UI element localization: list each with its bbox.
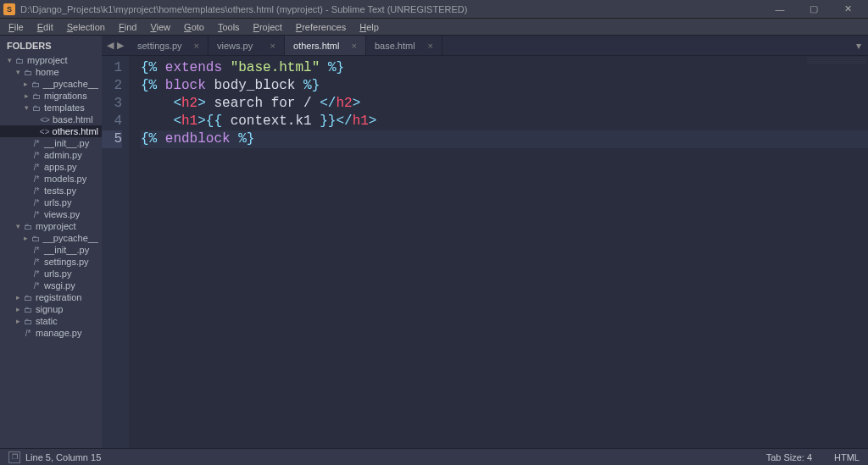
tab-close-icon[interactable]: × [259,41,275,51]
window-titlebar: S D:\Django_Projects\k1\myproject\home\t… [0,0,868,19]
minimize-button[interactable]: — [763,0,797,19]
tree-item-label: migrations [42,91,87,101]
file-base.html[interactable]: <>base.html [0,113,102,125]
line-number: 1 [102,59,122,77]
file-__init__.py[interactable]: /*__init__.py [0,244,102,256]
status-left[interactable]: Line 5, Column 15 [25,452,101,462]
menu-preferences[interactable]: Preferences [289,20,353,34]
file-admin.py[interactable]: /*admin.py [0,149,102,161]
code-editor[interactable]: 12345 {% extends "base.html" %}{% block … [102,56,868,448]
tab-label: base.html [375,41,415,51]
tree-item-label: others.html [51,126,98,136]
disclosure-triangle-icon[interactable]: ▾ [14,68,22,76]
file-apps.py[interactable]: /*apps.py [0,161,102,173]
menu-project[interactable]: Project [247,20,289,34]
folder-myproject[interactable]: ▾🗀myproject [0,220,102,232]
folder-registration[interactable]: ▸🗀registration [0,291,102,303]
disclosure-triangle-icon[interactable]: ▸ [22,234,30,242]
menu-goto[interactable]: Goto [177,20,211,34]
code-file-icon: /* [31,198,42,208]
disclosure-triangle-icon[interactable]: ▸ [22,91,31,100]
window-title: D:\Django_Projects\k1\myproject\home\tem… [20,4,763,14]
code-line[interactable]: {% block body_block %} [141,77,868,95]
code-area[interactable]: {% extends "base.html" %}{% block body_b… [129,56,868,448]
menu-file[interactable]: File [2,20,31,34]
status-tab-size[interactable]: Tab Size: 4 [766,452,812,462]
tab-close-icon[interactable]: × [339,41,356,51]
folder-migrations[interactable]: ▸🗀migrations [0,90,102,102]
tree-item-label: admin.py [42,150,82,160]
code-line[interactable]: {% extends "base.html" %} [141,59,868,77]
file-tests.py[interactable]: /*tests.py [0,185,102,197]
folder-icon: 🗀 [30,234,41,243]
menu-selection[interactable]: Selection [60,20,112,34]
tree-item-label: base.html [51,114,93,125]
tab-close-icon[interactable]: × [415,41,432,51]
close-button[interactable]: ✕ [831,0,865,19]
code-file-icon: /* [31,246,42,255]
disclosure-triangle-icon[interactable]: ▸ [14,317,22,325]
line-number: 2 [102,77,122,95]
folder-templates[interactable]: ▾🗀templates [0,102,102,113]
tab-nav-forward-icon[interactable]: ▶ [117,40,124,51]
panel-switcher-icon[interactable]: ❐ [8,451,20,463]
tab-others-html[interactable]: others.html× [285,36,366,55]
file-models.py[interactable]: /*models.py [0,173,102,185]
tree-item-label: __init__.py [42,138,89,148]
line-number: 3 [102,95,122,113]
tabstrip: ◀ ▶ settings.py×views.py×others.html×bas… [102,36,868,56]
tab-overflow-menu[interactable]: ▾ [849,36,868,55]
disclosure-triangle-icon[interactable]: ▾ [22,103,31,112]
menu-edit[interactable]: Edit [31,20,60,34]
tree-item-label: myproject [34,221,76,231]
tab-settings-py[interactable]: settings.py× [129,36,209,55]
folder-home[interactable]: ▾🗀home [0,66,102,78]
code-file-icon: /* [31,151,42,160]
disclosure-triangle-icon[interactable]: ▾ [5,56,14,64]
tab-nav[interactable]: ◀ ▶ [102,36,129,55]
folder-__pycache__[interactable]: ▸🗀__pycache__ [0,232,102,244]
folder-icon: 🗀 [22,293,34,302]
file-settings.py[interactable]: /*settings.py [0,256,102,268]
maximize-button[interactable]: ▢ [797,0,831,19]
disclosure-triangle-icon[interactable]: ▸ [14,293,22,302]
folder-icon: 🗀 [22,317,34,326]
menu-view[interactable]: View [143,20,177,34]
tree-item-label: __pycache__ [42,79,98,89]
app-icon: S [3,3,15,15]
minimap[interactable] [807,58,866,64]
disclosure-triangle-icon[interactable]: ▾ [14,222,22,230]
status-syntax[interactable]: HTML [834,452,860,462]
file-others.html[interactable]: <>others.html [0,125,102,137]
folder-myproject[interactable]: ▾🗀myproject [0,54,102,66]
disclosure-triangle-icon[interactable]: ▸ [22,80,30,88]
folder-__pycache__[interactable]: ▸🗀__pycache__ [0,78,102,90]
menu-help[interactable]: Help [353,20,386,34]
tab-nav-back-icon[interactable]: ◀ [107,40,114,51]
code-line[interactable]: <h2> search for / </h2> [141,95,868,113]
menu-find[interactable]: Find [112,20,143,34]
file-urls.py[interactable]: /*urls.py [0,268,102,280]
file-views.py[interactable]: /*views.py [0,208,102,220]
folder-signup[interactable]: ▸🗀signup [0,303,102,315]
code-line[interactable]: {% endblock %} [141,130,868,148]
tree-item-label: __init__.py [42,245,89,255]
editor-pane: ◀ ▶ settings.py×views.py×others.html×bas… [102,36,868,448]
file-__init__.py[interactable]: /*__init__.py [0,137,102,149]
folder-static[interactable]: ▸🗀static [0,315,102,327]
tab-views-py[interactable]: views.py× [209,36,285,55]
tab-base-html[interactable]: base.html× [366,36,442,55]
menu-tools[interactable]: Tools [211,20,247,34]
file-urls.py[interactable]: /*urls.py [0,197,102,208]
disclosure-triangle-icon[interactable]: ▸ [14,305,22,313]
code-line[interactable]: <h1>{{ context.k1 }}</h1> [141,113,868,130]
file-tree[interactable]: ▾🗀myproject▾🗀home▸🗀__pycache__▸🗀migratio… [0,54,102,448]
tree-item-label: urls.py [42,197,71,208]
file-wsgi.py[interactable]: /*wsgi.py [0,280,102,291]
tree-item-label: manage.py [34,328,81,338]
folder-icon: 🗀 [22,68,34,77]
tab-close-icon[interactable]: × [182,41,199,51]
file-manage.py[interactable]: /*manage.py [0,327,102,339]
tree-item-label: __pycache__ [42,233,98,243]
statusbar: ❐ Line 5, Column 15 Tab Size: 4 HTML [0,448,868,465]
